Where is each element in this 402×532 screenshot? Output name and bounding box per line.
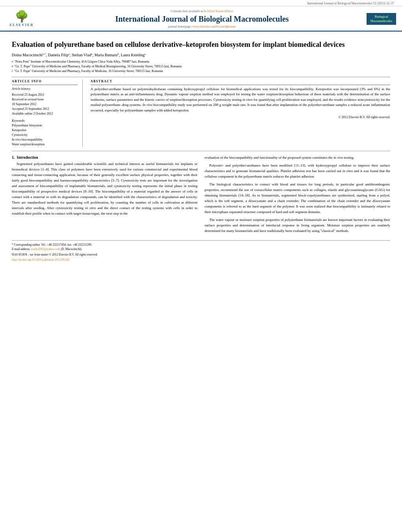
divider-body (12, 151, 390, 151)
body-left-column: 1. Introduction Segmented polyurethanes … (12, 155, 198, 236)
page-wrapper: International Journal of Biological Macr… (0, 0, 402, 532)
kw-4: In vivo biocompatibility (12, 137, 78, 142)
authors-line: Doina Macocinschìa,*, Daniela Filipa, St… (12, 52, 390, 57)
bio-macro-label-2: Macromolecules (368, 19, 395, 23)
kw-3: Cytotoxicity (12, 133, 78, 137)
intro-para-1: Segmented polyurethanes have gained cons… (12, 161, 198, 216)
elsevier-logo-area: 🌳 ELSEVIER (6, 11, 37, 27)
copyright-line: © 2012 Elsevier B.V. All rights reserved… (91, 115, 390, 119)
journal-reference: International Journal of Biological Macr… (307, 2, 394, 5)
kw-5: Water sorption/desorption (12, 142, 78, 147)
available-date: Available online 2 October 2012 (12, 111, 78, 116)
divider-article-info (12, 85, 78, 85)
content-area: Evaluation of polyurethane based on cell… (0, 32, 402, 265)
footnote-email: E-mail address: eradra2002@yahoo.com (D.… (12, 247, 390, 251)
journal-reference-bar: International Journal of Biological Macr… (0, 0, 402, 6)
accepted-date: Accepted 25 September 2012 (12, 107, 78, 111)
body-section: 1. Introduction Segmented polyurethanes … (12, 155, 390, 236)
history-label: Article history: (12, 87, 78, 92)
abstract-column: ABSTRACT A polyether-urethane based on p… (91, 80, 390, 147)
keywords-section: Keywords: Polyurethane biosystem Ketopro… (12, 119, 78, 147)
doi-link[interactable]: http://dx.doi.org/10.1016/j.ijbiomac.201… (12, 258, 70, 261)
affil-a: a "Petru Poni" Institute of Macromolecul… (12, 59, 390, 64)
kw-1: Polyurethane biosystem (12, 123, 78, 128)
elsevier-tree-icon: 🌳 (15, 11, 29, 22)
article-info-header: ARTICLE INFO (12, 80, 78, 83)
received-revised-date: 18 September 2012 (12, 102, 78, 106)
article-history-section: Article history: Received 23 August 2012… (12, 87, 78, 116)
footer-issn: 0141-8130/$ – see front matter © 2012 El… (12, 253, 390, 256)
intro-para-5: The water vapour or moisture sorption pr… (205, 217, 391, 234)
sciverse-link-text: Contents lists available at SciVerse Sci… (41, 9, 363, 13)
bio-macro-label-1: Biological (368, 15, 395, 19)
intro-section-title: 1. Introduction (12, 155, 198, 159)
affil-c-text: "Gr. T. Popa" University of Medicine and… (14, 69, 163, 74)
keywords-label: Keywords: (12, 119, 78, 122)
affil-a-text: "Petru Poni" Institute of Macromolecular… (14, 59, 149, 64)
abstract-header: ABSTRACT (91, 80, 390, 83)
received-revised-label: Received in revised form (12, 97, 78, 102)
divider-1 (12, 77, 390, 77)
body-right-column: evaluation of the biocompatibility and f… (205, 155, 391, 236)
abstract-text: A polyether-urethane based on polytetrah… (91, 87, 390, 113)
bio-macro-logo-box: Biological Macromolecules (367, 13, 396, 25)
affil-b: b "Gr. T. Popa" University of Medicine a… (12, 64, 390, 69)
intro-para-3: Polyester- and polyether-urethanes have … (205, 163, 391, 180)
intro-para-4: The biological characteristics in contac… (205, 182, 391, 215)
elsevier-brand-text: ELSEVIER (9, 23, 34, 27)
affil-b-text: "Gr. T. Popa" University of Medicine and… (15, 64, 182, 69)
journal-homepage-line: journal homepage: www.elsevier.com/locat… (41, 25, 363, 28)
journal-center-info: Contents lists available at SciVerse Sci… (41, 9, 363, 28)
footer-doi: http://dx.doi.org/10.1016/j.ijbiomac.201… (12, 258, 390, 261)
article-info-column: ARTICLE INFO Article history: Received 2… (12, 80, 83, 147)
footnote-corresponding: * Corresponding author. Tel.: +40 232217… (12, 243, 390, 247)
divider-abstract (91, 85, 390, 85)
article-title-section: Evaluation of polyurethane based on cell… (12, 40, 390, 49)
intro-para-2: evaluation of the biocompatibility and f… (205, 155, 391, 161)
footer-area: * Corresponding author. Tel.: +40 232217… (12, 240, 390, 262)
sciverse-link[interactable]: SciVerse ScienceDirect (204, 9, 233, 13)
kw-2: Ketoprofen (12, 128, 78, 133)
affil-c: c "Gr. T. Popa" University of Medicine a… (12, 69, 390, 74)
article-title: Evaluation of polyurethane based on cell… (12, 40, 390, 49)
journal-logo-right: Biological Macromolecules (367, 13, 396, 25)
affiliations-section: a "Petru Poni" Institute of Macromolecul… (12, 59, 390, 74)
journal-homepage-link[interactable]: www.elsevier.com/locate/ijbiomac (193, 25, 236, 28)
received-date: Received 23 August 2012 (12, 93, 78, 97)
article-info-abstract-section: ARTICLE INFO Article history: Received 2… (12, 80, 390, 147)
journal-title: International Journal of Biological Macr… (41, 14, 363, 24)
journal-header: 🌳 ELSEVIER Contents lists available at S… (0, 6, 402, 32)
email-link[interactable]: eradra2002@yahoo.com (31, 247, 60, 251)
